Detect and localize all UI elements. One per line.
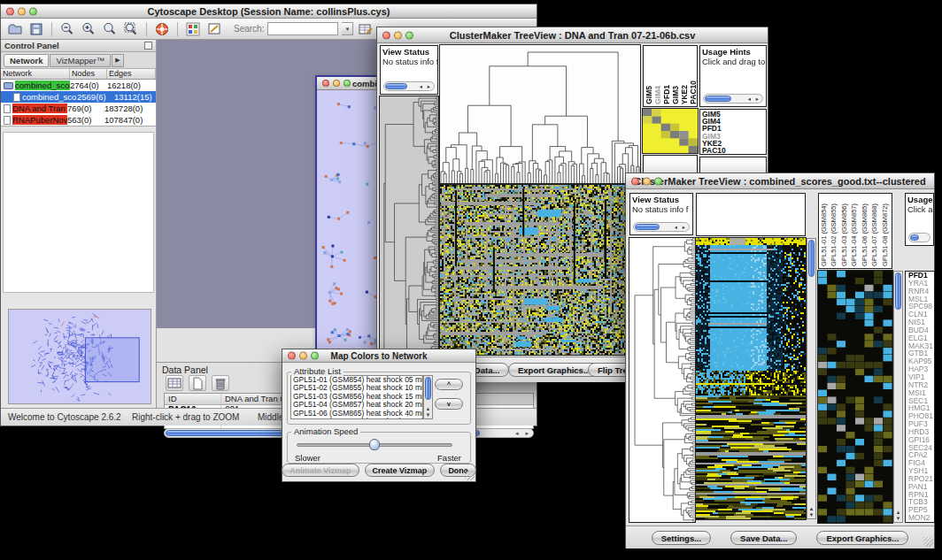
array-column-label[interactable]: GPL51-07 (GSM868) <box>870 203 880 266</box>
minimize-button[interactable] <box>333 80 340 87</box>
tv2-zoom-vscrollbar[interactable]: ▲▼ <box>893 271 903 523</box>
network-list-row[interactable]: combined_sco 2569(6) 13112(15) <box>1 91 156 103</box>
control-panel: Control Panel NetworkVizMapper™▶ Network… <box>1 40 157 408</box>
annotation-icon[interactable] <box>205 20 223 38</box>
close-button[interactable] <box>288 352 296 360</box>
network-overview-thumbnail[interactable] <box>8 309 151 404</box>
row-dendrogram-canvas[interactable] <box>629 238 695 522</box>
attribute-list-item[interactable]: GPL51-07 (GSM868) heat shock 60 min <box>291 418 422 419</box>
zoom-button[interactable] <box>654 177 662 185</box>
gene-column-label[interactable]: GIM4 <box>653 86 662 104</box>
gene-name-list: PFD1YRA1RNR4MSL1SPC98CLN1NIS1BUD4ELG1MAK… <box>905 271 935 523</box>
attribute-select-icon[interactable] <box>166 375 183 391</box>
dialog-button[interactable]: Create Vizmap <box>365 464 436 477</box>
gene-column-label[interactable]: YKE2 <box>680 85 689 104</box>
tv2-action-button[interactable]: Settings... <box>652 531 711 545</box>
resize-grip[interactable] <box>923 537 933 547</box>
network-table-header: Network Nodes Edges <box>1 69 156 80</box>
zoom-button[interactable] <box>344 80 351 87</box>
move-down-button[interactable]: v <box>435 398 463 410</box>
resize-grip[interactable] <box>465 471 475 480</box>
vizmapper-palette-icon[interactable] <box>184 20 202 38</box>
attribute-list-scrollbar[interactable]: ▲▼ <box>423 375 433 419</box>
column-network[interactable]: Network <box>1 69 70 79</box>
column-edges[interactable]: Edges <box>107 69 156 79</box>
row-dendrogram-canvas[interactable] <box>380 96 438 355</box>
array-column-label[interactable]: GPL51-04 (GSM857) <box>850 203 860 266</box>
zoom-heatmap-canvas[interactable] <box>643 109 698 153</box>
control-panel-tab[interactable]: ▶ <box>112 54 123 67</box>
control-panel-tab[interactable]: Network <box>4 54 49 67</box>
attribute-editor-icon[interactable] <box>357 20 374 38</box>
main-titlebar[interactable]: Cytoscape Desktop (Session Name: collins… <box>1 4 537 19</box>
minimize-button[interactable] <box>18 7 26 15</box>
gene-column-label[interactable]: PFD1 <box>662 85 671 104</box>
zoom-selected-icon[interactable] <box>122 20 140 38</box>
network-list-row[interactable]: DNA and Tran 07 769(0) 183728(0) <box>1 103 156 114</box>
toolbar-separator <box>51 22 52 36</box>
open-session-icon[interactable] <box>6 20 24 38</box>
control-panel-tab[interactable]: VizMapper™ <box>50 54 111 67</box>
close-button[interactable] <box>322 80 329 87</box>
search-input[interactable] <box>267 22 338 35</box>
gene-name[interactable]: MON2 <box>908 514 934 522</box>
array-column-label[interactable]: GPL51-02 (GSM855) <box>830 203 839 266</box>
close-button[interactable] <box>6 7 14 15</box>
move-up-button[interactable]: ^ <box>435 379 463 390</box>
dialog-titlebar[interactable]: Map Colors to Network <box>282 349 475 363</box>
gene-column-label[interactable]: GIM5 <box>645 86 653 104</box>
tv2-action-button[interactable]: Save Data... <box>730 531 797 545</box>
zoom-out-icon[interactable] <box>58 20 76 38</box>
speed-slider-thumb[interactable] <box>369 439 380 450</box>
mini-scrollbar[interactable]: ◂ ▸ <box>703 94 763 104</box>
network-list-row[interactable]: RNAPuberNov2+I 563(0) 107847(0) <box>1 114 156 126</box>
minimize-button[interactable] <box>394 31 402 39</box>
zoom-button[interactable] <box>311 352 319 360</box>
view-status-title: View Status <box>630 194 692 204</box>
data-panel-toolbar <box>166 375 229 391</box>
dialog-button[interactable]: Animate Vizmap <box>282 464 359 477</box>
faster-label: Faster <box>437 453 461 463</box>
gene-column-label[interactable]: GIM3 <box>671 86 680 104</box>
network-list-row[interactable]: combined_scores 2764(0) 16218(0) <box>1 80 156 91</box>
mini-scrollbar[interactable] <box>908 233 930 242</box>
zoom-fit-icon[interactable] <box>101 20 119 38</box>
mini-scrollbar[interactable]: ◂ ▸ <box>633 222 690 232</box>
tv1-column-labels: GIM5GIM4PFD1GIM3YKE2PAC10 <box>643 45 698 107</box>
column-id[interactable]: ID <box>165 394 221 404</box>
zoom-button[interactable] <box>29 7 37 15</box>
tv2-titlebar[interactable]: ClusterMaker TreeView : combined_scores_… <box>626 173 934 189</box>
search-dropdown-arrow-icon[interactable]: ▼ <box>342 22 353 35</box>
array-column-label[interactable]: GPL51-03 (GSM856) <box>840 203 850 266</box>
column-dendrogram-canvas[interactable] <box>440 45 640 183</box>
tv2-action-button[interactable]: Export Graphics... <box>816 531 908 545</box>
global-heatmap-canvas[interactable] <box>440 185 629 355</box>
gene-column-label[interactable]: PAC10 <box>689 81 698 104</box>
new-attribute-icon[interactable] <box>189 375 206 391</box>
tv1-titlebar[interactable]: ClusterMaker TreeView : DNA and Tran 07-… <box>377 27 768 43</box>
array-column-label[interactable]: GPL51-06 (GSM865) <box>861 203 870 266</box>
delete-attribute-trash-icon[interactable] <box>212 375 229 391</box>
mini-scrollbar[interactable]: ◂ ▸ <box>383 81 435 91</box>
slower-label: Slower <box>295 453 320 463</box>
tv2-vscrollbar[interactable]: ▲▼ <box>807 238 816 519</box>
tv1-action-button[interactable]: Export Graphics... <box>508 363 600 377</box>
search-label: Search: <box>234 24 264 34</box>
gene-row-label[interactable]: PAC10 <box>702 147 764 154</box>
scrollbar-arrows[interactable]: ◂ ▸ <box>515 430 531 437</box>
array-column-label[interactable]: GPL51-01 (GSM854) <box>820 203 830 266</box>
zoom-heatmap-canvas[interactable] <box>818 271 892 523</box>
minimize-button[interactable] <box>299 352 307 360</box>
help-lifering-icon[interactable] <box>153 20 171 38</box>
minimize-button[interactable] <box>643 177 651 185</box>
column-nodes[interactable]: Nodes <box>70 69 107 79</box>
zoom-in-icon[interactable] <box>80 20 97 38</box>
save-session-icon[interactable] <box>27 20 45 38</box>
close-button[interactable] <box>382 31 390 39</box>
global-heatmap-canvas[interactable] <box>696 238 806 519</box>
close-button[interactable] <box>631 177 639 185</box>
zoom-button[interactable] <box>405 31 413 39</box>
array-column-label[interactable]: GPL51-08 (GSM872) <box>881 203 891 266</box>
float-window-icon[interactable] <box>144 42 152 50</box>
data-panel-title: Data Panel <box>162 364 208 375</box>
